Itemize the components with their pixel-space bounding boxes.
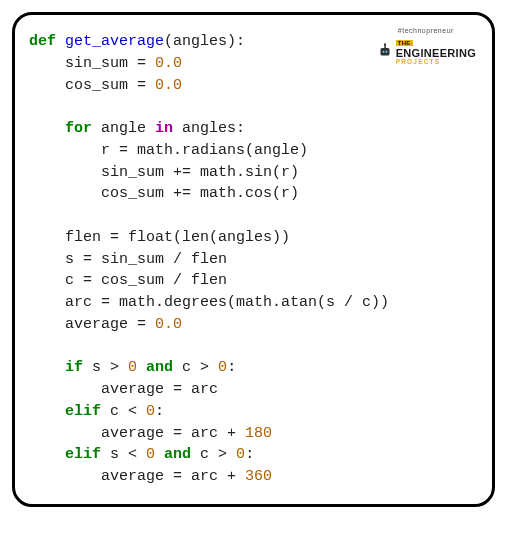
- code-token: elif: [65, 446, 101, 463]
- code-block: def get_average(angles): sin_sum = 0.0 c…: [29, 31, 478, 507]
- code-token: :: [245, 446, 254, 463]
- brand-logo: #technopreneur THE ENGINEERING PROJECTS: [376, 27, 476, 65]
- code-token: c >: [173, 359, 218, 376]
- code-token: 0: [218, 359, 227, 376]
- code-token: average =: [29, 316, 155, 333]
- code-token: 180: [245, 425, 272, 442]
- code-token: 0: [128, 359, 137, 376]
- code-token: sin_sum += math.sin(r): [29, 164, 299, 181]
- svg-point-2: [385, 50, 387, 52]
- code-token: 360: [245, 468, 272, 485]
- code-token: s >: [83, 359, 128, 376]
- code-token: cos_sum =: [29, 77, 155, 94]
- code-token: 0: [146, 403, 155, 420]
- code-token: c >: [191, 446, 236, 463]
- code-token: def: [29, 33, 56, 50]
- code-token: c = cos_sum / flen: [29, 272, 227, 289]
- code-token: s = sin_sum / flen: [29, 251, 227, 268]
- code-token: and: [164, 446, 191, 463]
- logo-tagline: #technopreneur: [376, 27, 476, 34]
- code-token: and: [146, 359, 173, 376]
- code-token: 0: [236, 446, 245, 463]
- code-token: arc = math.degrees(math.atan(s / c)): [29, 294, 389, 311]
- code-token: 0.0: [155, 77, 182, 94]
- code-token: get_average: [65, 33, 164, 50]
- code-token: angle: [92, 120, 155, 137]
- svg-point-4: [384, 43, 386, 45]
- code-token: 0: [146, 446, 155, 463]
- code-token: flen = float(len(angles)): [29, 229, 290, 246]
- svg-point-1: [382, 50, 384, 52]
- code-token: elif: [65, 403, 101, 420]
- code-token: r = math.radians(angle): [29, 142, 308, 159]
- code-token: sin_sum =: [29, 55, 155, 72]
- code-token: s <: [101, 446, 146, 463]
- code-token: 0.0: [155, 316, 182, 333]
- code-token: average = arc: [29, 381, 218, 398]
- svg-rect-3: [384, 45, 386, 48]
- code-token: angles:: [173, 120, 245, 137]
- code-token: c <: [101, 403, 146, 420]
- code-token: :: [155, 403, 164, 420]
- svg-rect-0: [380, 48, 389, 56]
- code-token: average = arc +: [29, 468, 245, 485]
- code-token: average = arc +: [29, 425, 245, 442]
- robot-icon: [376, 42, 394, 60]
- code-token: if: [65, 359, 83, 376]
- code-token: 0.0: [155, 55, 182, 72]
- code-card: #technopreneur THE ENGINEERING PROJECTS …: [12, 12, 495, 507]
- logo-text: THE ENGINEERING PROJECTS: [396, 36, 476, 65]
- code-token: :: [227, 359, 236, 376]
- code-token: in: [155, 120, 173, 137]
- code-token: for: [65, 120, 92, 137]
- code-token: (angles):: [164, 33, 245, 50]
- code-token: cos_sum += math.cos(r): [29, 185, 299, 202]
